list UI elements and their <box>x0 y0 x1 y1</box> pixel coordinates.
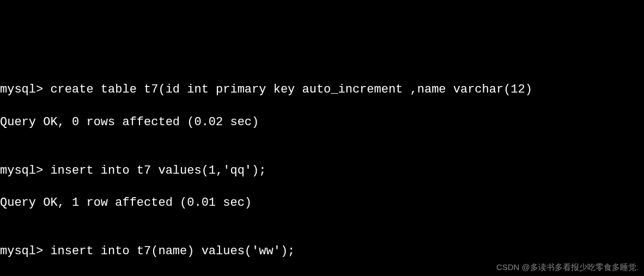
terminal-line: Query OK, 0 rows affected (0.02 sec) <box>0 114 644 131</box>
terminal-line: mysql> insert into t7 values(1,'qq'); <box>0 163 644 179</box>
terminal-line: Query OK, 1 row affected (0.01 sec) <box>0 195 644 211</box>
terminal-output[interactable]: mysql> create table t7(id int primary ke… <box>0 66 644 276</box>
watermark-text: CSDN @多读书多看报少吃零食多睡觉. <box>496 262 639 273</box>
terminal-line: mysql> create table t7(id int primary ke… <box>0 82 644 98</box>
terminal-line: mysql> insert into t7(name) values('ww')… <box>0 243 644 260</box>
